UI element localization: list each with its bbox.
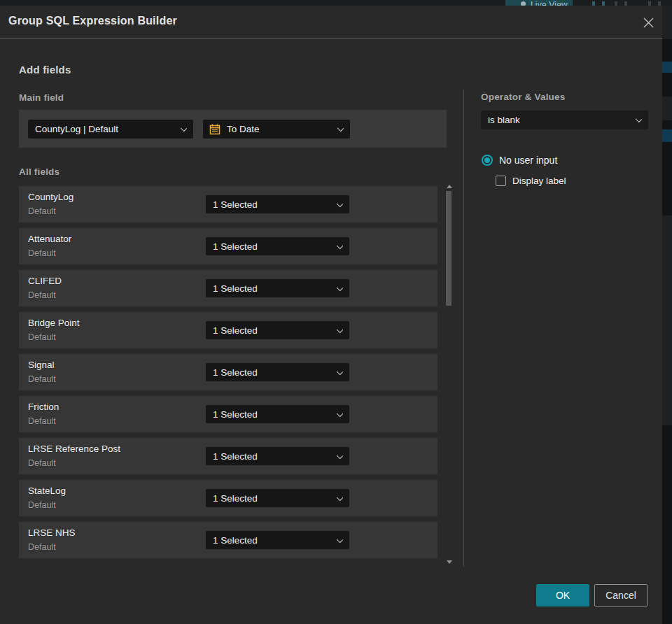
field-selection-dropdown[interactable]: 1 Selected (206, 405, 349, 423)
chevron-down-icon (337, 243, 343, 249)
field-selection-value: 1 Selected (206, 325, 258, 336)
panel-divider (463, 90, 464, 567)
field-row: Bridge Point Default 1 Selected (19, 312, 438, 348)
all-fields-list: CountyLog Default 1 Selected Attenuator … (19, 186, 438, 564)
chevron-down-icon (337, 453, 343, 459)
field-selection-value: 1 Selected (206, 535, 258, 546)
main-field-panel: CountyLog | Default To Date (19, 110, 447, 148)
field-selection-dropdown[interactable]: 1 Selected (206, 195, 349, 213)
field-name: Bridge Point (28, 318, 80, 328)
calendar-icon (209, 124, 220, 135)
field-type-label: Default (28, 458, 56, 468)
chevron-down-icon (181, 125, 187, 132)
field-selection-value: 1 Selected (206, 451, 258, 462)
display-label-label: Display label (512, 176, 566, 186)
field-selection-value: 1 Selected (206, 241, 258, 252)
chevron-down-icon (337, 369, 343, 375)
all-fields-heading: All fields (19, 166, 59, 177)
field-type-label: Default (28, 248, 56, 258)
chevron-down-icon (337, 537, 343, 543)
live-view-label: Live View (531, 0, 568, 6)
date-field-dropdown-value: To Date (220, 124, 260, 134)
field-row: Attenuator Default 1 Selected (19, 228, 438, 264)
operator-dropdown-value: is blank (481, 115, 520, 125)
field-name: Signal (28, 360, 55, 370)
background-app-top-strip: Live View (0, 0, 672, 6)
chevron-down-icon (636, 116, 642, 122)
field-type-label: Default (28, 332, 56, 342)
field-selection-dropdown[interactable]: 1 Selected (206, 321, 349, 339)
field-selection-value: 1 Selected (206, 493, 258, 504)
field-row: Friction Default 1 Selected (19, 396, 438, 432)
main-field-dropdown[interactable]: CountyLog | Default (28, 120, 193, 139)
dialog-titlebar: Group SQL Expression Builder (0, 6, 662, 38)
chevron-down-icon (337, 285, 343, 291)
background-app-right-strip (662, 6, 672, 624)
field-row: CountyLog Default 1 Selected (19, 186, 438, 222)
fields-scrollbar[interactable] (446, 183, 451, 565)
field-selection-dropdown[interactable]: 1 Selected (206, 531, 349, 549)
field-selection-dropdown[interactable]: 1 Selected (206, 279, 349, 297)
field-row: LRSE Reference Post Default 1 Selected (19, 438, 438, 474)
field-row: LRSE NHS Default 1 Selected (19, 522, 438, 558)
field-type-label: Default (28, 290, 56, 300)
main-field-heading: Main field (19, 92, 64, 103)
no-user-input-label: No user input (499, 155, 557, 166)
ok-button[interactable]: OK (536, 584, 589, 607)
checkbox-unchecked-icon (496, 176, 506, 186)
field-type-label: Default (28, 374, 56, 384)
operator-values-heading: Operator & Values (481, 92, 565, 102)
field-row: CLIFED Default 1 Selected (19, 270, 438, 306)
chevron-down-icon (337, 201, 343, 207)
field-selection-value: 1 Selected (206, 199, 258, 210)
field-selection-dropdown[interactable]: 1 Selected (206, 237, 349, 255)
main-field-dropdown-value: CountyLog | Default (28, 124, 118, 134)
scroll-down-icon[interactable] (447, 560, 452, 564)
field-type-label: Default (28, 500, 56, 510)
display-label-checkbox[interactable]: Display label (496, 176, 566, 186)
cancel-button[interactable]: Cancel (594, 584, 648, 607)
field-selection-value: 1 Selected (206, 367, 258, 378)
field-type-label: Default (28, 206, 56, 216)
field-name: CLIFED (28, 276, 62, 286)
date-field-dropdown[interactable]: To Date (203, 120, 350, 139)
live-view-button[interactable]: Live View (505, 0, 573, 6)
field-name: Friction (28, 402, 59, 412)
field-selection-dropdown[interactable]: 1 Selected (206, 489, 349, 507)
field-name: CountyLog (28, 192, 74, 202)
field-selection-value: 1 Selected (206, 283, 258, 294)
no-user-input-radio[interactable]: No user input (482, 155, 557, 166)
scroll-up-icon[interactable] (447, 185, 452, 188)
field-row: StateLog Default 1 Selected (19, 480, 438, 516)
field-name: Attenuator (28, 234, 71, 244)
radio-selected-icon (482, 155, 493, 166)
close-icon[interactable] (640, 14, 657, 31)
field-type-label: Default (28, 416, 56, 426)
field-type-label: Default (28, 542, 56, 552)
field-selection-value: 1 Selected (206, 409, 258, 420)
chevron-down-icon (337, 411, 343, 417)
chevron-down-icon (337, 495, 343, 501)
chevron-down-icon (337, 327, 343, 333)
field-selection-dropdown[interactable]: 1 Selected (206, 363, 349, 381)
field-selection-dropdown[interactable]: 1 Selected (206, 447, 349, 465)
operator-dropdown[interactable]: is blank (481, 111, 648, 129)
field-name: LRSE Reference Post (28, 444, 120, 454)
scrollbar-thumb[interactable] (446, 191, 451, 306)
field-name: LRSE NHS (28, 527, 76, 538)
chevron-down-icon (337, 125, 344, 132)
field-name: StateLog (28, 485, 66, 496)
add-fields-heading: Add fields (19, 64, 71, 76)
group-sql-expression-builder-dialog: Group SQL Expression Builder Add fields … (0, 6, 662, 624)
field-row: Signal Default 1 Selected (19, 354, 438, 390)
dialog-title: Group SQL Expression Builder (8, 15, 177, 27)
